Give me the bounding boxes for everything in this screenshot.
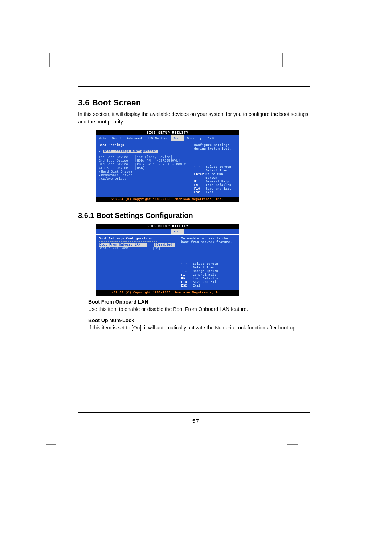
bios-title: BIOS SETUP UTILITY [96,130,239,135]
content-area: 3.6 Boot Screen In this section, it will… [78,98,310,336]
desc-h2: Boot Up Num-Lock [88,317,310,323]
tab-advanced[interactable]: Advanced [124,135,145,141]
desc-p1: Use this item to enable or disable the B… [88,305,310,313]
page: 3.6 Boot Screen In this section, it will… [0,0,392,555]
bios-tabs: Main Smart Advanced H/W Monitor Boot Sec… [96,135,239,141]
submenu-hard-disk-drives[interactable]: Hard Disk Drives [99,170,188,174]
boot-device-row-3[interactable]: 3rd Boot Device [CD / DVD: 3S - CD - ROM… [99,163,188,166]
bios2-tabs: Main Smart Advanced H/W Monitor Boot [96,229,239,235]
key-legend-2: ← →Select Screen ↑ ↓Select Item + -Chang… [181,262,236,288]
key-legend: ← →Select Screen ↑ ↓Select Item EnterGo … [194,165,236,194]
desc-h1: Boot From Onboard LAN [88,299,310,305]
header-rule [78,86,310,87]
tab-hw-monitor[interactable]: H/W Monitor [145,135,171,141]
boot-settings-config-title: Boot Settings Configuration [99,237,175,240]
subsection-heading: 3.6.1 Boot Settings Configuration [78,211,310,220]
boot-settings-title: Boot Settings [99,143,188,147]
tab-boot[interactable]: Boot [171,135,184,141]
help2-line-2: boot from network feature. [181,240,236,244]
tab-exit[interactable]: Exit [205,135,218,141]
crop-mark-top-left [46,53,61,67]
submenu-cd-dvd-drives[interactable]: CD/DVD Drives [99,177,188,181]
boot-device-row-4[interactable]: 4th Boot Device [USB] [99,166,188,170]
row-boot-from-onboard-lan[interactable]: Boot From Onboard LAN [Disabled] [99,243,175,247]
bios2-help-pane: To enable or disable the boot from netwo… [178,235,239,290]
tab-main[interactable]: Main [96,135,109,141]
page-number: 57 [0,418,392,424]
row-bootup-num-lock[interactable]: Bootup Num-Lock [On] [99,247,175,250]
tab-security[interactable]: Security [184,135,205,141]
bios-footer: v02.54 (C) Copyright 1985-2005, American… [96,197,239,202]
bios-boot-settings-config: BIOS SETUP UTILITY Main Smart Advanced H… [95,223,240,296]
bios2-title: BIOS SETUP UTILITY [96,224,239,229]
section-heading: 3.6 Boot Screen [78,98,310,108]
submenu-removable-drives[interactable]: Removable Drives [99,174,188,177]
tab-boot-2[interactable]: Boot [171,229,184,234]
help-line-1: Configure Settings [194,143,236,147]
bios-boot-screen: BIOS SETUP UTILITY Main Smart Advanced H… [95,130,240,203]
submenu-boot-settings-config[interactable]: Boot Settings Configuration [99,150,188,153]
boot-device-row-1[interactable]: 1st Boot Device [1st Floppy Device] [99,155,188,159]
boot-device-row-2[interactable]: 2nd Boot Device [HDD: PM - HDS722580VL] [99,159,188,163]
section-intro: In this section, it will display the ava… [78,110,310,126]
tab-smart[interactable]: Smart [109,135,124,141]
crop-mark-top-right [279,53,301,67]
desc-p2: If this item is set to [On], it will aut… [88,324,310,332]
footer-rule [78,412,310,413]
bios2-left-pane: Boot Settings Configuration Boot From On… [96,235,178,290]
help-line-2: during System Boot. [194,147,236,151]
crop-mark-bottom-right [279,434,301,449]
crop-mark-bottom-left [46,434,68,449]
help2-line-1: To enable or disable the [181,237,236,240]
bios-help-pane: Configure Settings during System Boot. ←… [191,141,239,197]
bios2-footer: v02.54 (C) Copyright 1985-2003, American… [96,290,239,296]
bios-left-pane: Boot Settings Boot Settings Configuratio… [96,141,191,197]
